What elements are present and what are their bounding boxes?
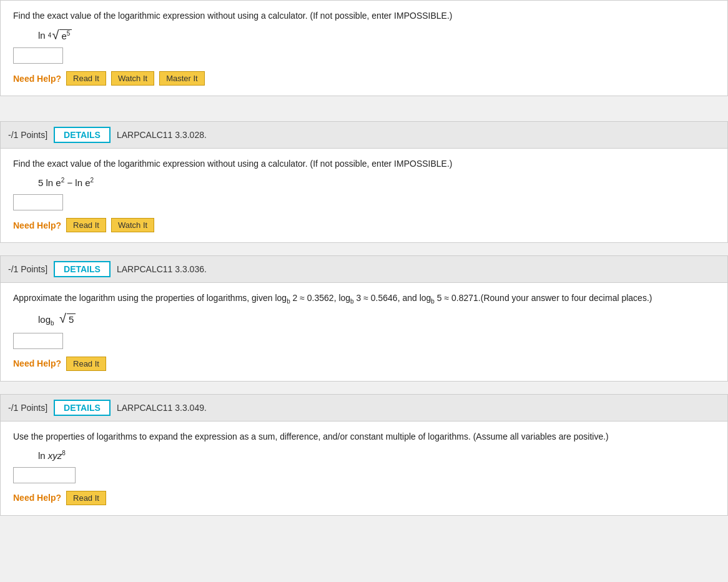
read-it-button-4[interactable]: Read It [66, 491, 106, 505]
problem-1-answer-input[interactable] [13, 47, 63, 64]
details-button-3[interactable]: DETAILS [54, 261, 111, 277]
master-it-button-1[interactable]: Master It [159, 71, 205, 86]
problem-2-content: Find the exact value of the logarithmic … [0, 149, 728, 243]
need-help-label-1: Need Help? [13, 74, 61, 84]
problem-3-content: Approximate the logarithm using the prop… [0, 283, 728, 382]
need-help-label-2: Need Help? [13, 220, 61, 230]
problem-4-text: Use the properties of logarithms to expa… [13, 430, 715, 443]
problem-3-math: logb √ 5 [38, 312, 715, 327]
problem-4-id: LARPCALC11 3.3.049. [117, 403, 207, 413]
problem-3-text: Approximate the logarithm using the prop… [13, 292, 715, 306]
problem-3-help-row: Need Help? Read It [13, 357, 715, 371]
problem-3-wrapper: -/1 Points] DETAILS LARPCALC11 3.3.036. … [0, 255, 728, 382]
problem-2-text: Find the exact value of the logarithmic … [13, 157, 715, 170]
problem-4-math: ln xyz8 [38, 450, 715, 461]
problem-1-text: Find the exact value of the logarithmic … [13, 9, 715, 22]
details-button-4[interactable]: DETAILS [54, 400, 111, 416]
problem-2-points: -/1 Points] [8, 130, 47, 140]
radical-expr: 4 √ e5 [48, 29, 72, 41]
radical-content: e5 [59, 29, 72, 41]
read-it-button-3[interactable]: Read It [66, 357, 106, 371]
read-it-button-2[interactable]: Read It [66, 218, 106, 232]
need-help-label-3: Need Help? [13, 358, 61, 368]
math-4-text: ln xyz8 [38, 450, 66, 461]
problem-3-header: -/1 Points] DETAILS LARPCALC11 3.3.036. [0, 255, 728, 283]
problem-4-points: -/1 Points] [8, 403, 47, 413]
problem-3-id: LARPCALC11 3.3.036. [117, 264, 207, 274]
radical-sign-3: √ [59, 312, 66, 325]
need-help-label-4: Need Help? [13, 493, 61, 503]
watch-it-button-2[interactable]: Watch It [111, 218, 154, 232]
problem-2-header: -/1 Points] DETAILS LARPCALC11 3.3.028. [0, 121, 728, 149]
problem-2-id: LARPCALC11 3.3.028. [117, 130, 207, 140]
problem-1-content: Find the exact value of the logarithmic … [0, 0, 728, 96]
math-2-text: 5 ln e2 − ln e2 [38, 177, 94, 188]
problem-2-answer-input[interactable] [13, 194, 63, 210]
radical-3: √ 5 [59, 312, 76, 325]
watch-it-button-1[interactable]: Watch It [111, 71, 154, 86]
problem-4-wrapper: -/1 Points] DETAILS LARPCALC11 3.3.049. … [0, 394, 728, 516]
ln-text: ln [38, 30, 48, 41]
problem-2-wrapper: -/1 Points] DETAILS LARPCALC11 3.3.028. … [0, 121, 728, 243]
radical-sign: √ [52, 29, 59, 41]
radical-content-3: 5 [67, 313, 76, 325]
read-it-button-1[interactable]: Read It [66, 71, 106, 86]
problem-2-help-row: Need Help? Read It Watch It [13, 218, 715, 232]
problem-4-help-row: Need Help? Read It [13, 491, 715, 505]
problem-1-math: ln 4 √ e5 [38, 29, 715, 41]
problem-3-answer-input[interactable] [13, 333, 63, 349]
problem-4-answer-input[interactable] [13, 467, 76, 483]
problem-3-points: -/1 Points] [8, 264, 47, 274]
problem-4-content: Use the properties of logarithms to expa… [0, 422, 728, 516]
problem-1-help-row: Need Help? Read It Watch It Master It [13, 71, 715, 86]
radical-index: 4 [48, 32, 52, 39]
details-button-2[interactable]: DETAILS [54, 127, 111, 143]
math-3-text: logb √ 5 [38, 312, 76, 327]
problem-2-math: 5 ln e2 − ln e2 [38, 177, 715, 188]
problem-4-header: -/1 Points] DETAILS LARPCALC11 3.3.049. [0, 394, 728, 422]
